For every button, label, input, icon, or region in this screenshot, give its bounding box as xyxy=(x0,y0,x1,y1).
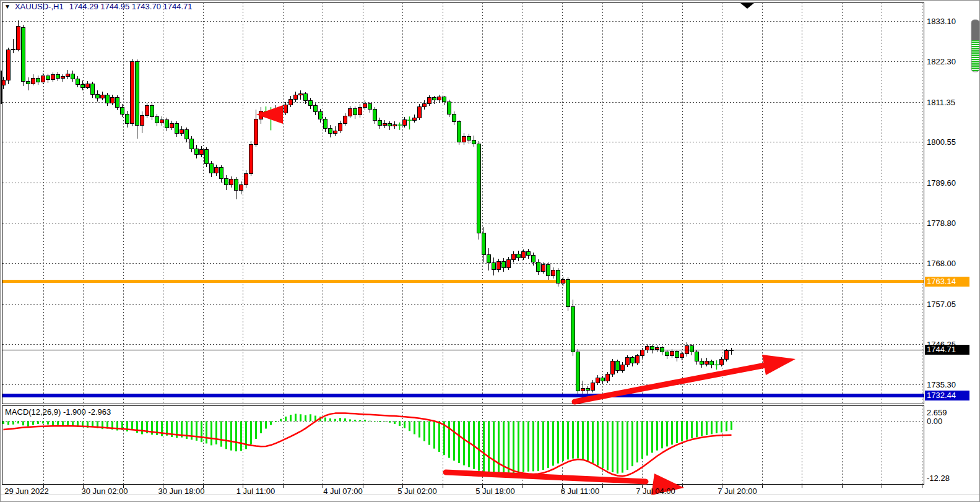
candle-body xyxy=(403,120,407,125)
candle-body xyxy=(616,361,620,370)
candle-body xyxy=(710,361,714,365)
candle-body xyxy=(725,351,729,360)
current-price-badge: 1744.71 xyxy=(925,345,969,355)
candle-body xyxy=(17,26,20,50)
red-down-trend-arrow[interactable] xyxy=(446,472,646,482)
candle-body xyxy=(96,95,100,98)
candle-body xyxy=(492,263,496,269)
red-up-trend-arrow-head[interactable] xyxy=(762,355,796,375)
collapse-triangle-icon[interactable]: ▼ xyxy=(4,3,11,10)
candle-body xyxy=(76,79,80,85)
candle-body xyxy=(71,74,75,79)
candle-body xyxy=(413,118,417,120)
candle-body xyxy=(631,358,635,363)
candle-body xyxy=(51,74,55,79)
candle-body xyxy=(581,388,585,391)
candle-body xyxy=(145,106,149,116)
candle-body xyxy=(37,78,40,82)
candle-body xyxy=(160,120,164,123)
candle-body xyxy=(418,107,422,118)
candle-body xyxy=(690,345,694,352)
candle-body xyxy=(349,109,352,116)
candle-body xyxy=(344,116,347,124)
candle-body xyxy=(542,265,545,271)
candle-body xyxy=(27,82,30,84)
candle-body xyxy=(457,122,461,142)
candle-body xyxy=(136,62,139,125)
candle-body xyxy=(126,114,129,124)
candle-body xyxy=(601,378,605,381)
candle-body xyxy=(433,98,436,100)
candle-body xyxy=(170,124,174,128)
candle-body xyxy=(329,128,332,133)
candle-body xyxy=(497,261,501,269)
candle-body xyxy=(547,265,550,276)
candle-body xyxy=(522,252,526,258)
candle-body xyxy=(562,279,565,283)
candle-body xyxy=(339,124,342,131)
candle-body xyxy=(220,167,223,178)
orange-resistance-line[interactable] xyxy=(2,280,924,283)
candle-body xyxy=(666,352,669,356)
candle-body xyxy=(245,173,248,184)
candle-body xyxy=(443,97,446,102)
candle-body xyxy=(428,98,431,104)
chart-shift-marker-icon[interactable] xyxy=(740,3,754,9)
candle-body xyxy=(621,365,625,370)
candle-body xyxy=(566,279,570,306)
candle-body xyxy=(294,95,298,99)
candle-body xyxy=(284,105,288,113)
candle-body xyxy=(502,261,506,267)
red-left-triangle-annotation[interactable] xyxy=(256,105,283,124)
candle-body xyxy=(210,163,214,173)
candle-body xyxy=(101,95,105,98)
macd-axis-label: 0.00 xyxy=(927,417,942,426)
candle-body xyxy=(512,254,516,259)
candle-body xyxy=(324,119,327,128)
price-axis-label: 1833.10 xyxy=(927,17,956,26)
chart-title: ▼XAUUSD-,H11744.29 1744.95 1743.70 1744.… xyxy=(4,2,192,12)
candle-body xyxy=(705,361,709,364)
candle-body xyxy=(423,103,427,106)
candle-body xyxy=(695,352,699,361)
macd-indicator-label: MACD(12,26,9) -1.900 -2.963 xyxy=(5,407,111,417)
candle-body xyxy=(141,115,144,125)
candle-body xyxy=(353,109,357,115)
candle-body xyxy=(517,254,521,257)
candle-body xyxy=(373,110,377,121)
candle-body xyxy=(249,144,253,173)
bottom-separator xyxy=(1,495,980,495)
candle-body xyxy=(656,348,659,350)
candle-body xyxy=(215,167,219,173)
candle-body xyxy=(636,356,640,363)
candle-body xyxy=(131,62,134,124)
candle-body xyxy=(527,252,531,256)
price-axis-label: 1800.55 xyxy=(927,137,956,147)
blue-support-line[interactable] xyxy=(2,394,924,397)
candle-body xyxy=(46,76,50,80)
candle-body xyxy=(467,136,471,141)
candle-body xyxy=(571,307,575,352)
candle-body xyxy=(155,117,159,123)
candle-body xyxy=(507,259,511,267)
candle-body xyxy=(334,131,337,134)
candle-body xyxy=(453,114,456,122)
candle-body xyxy=(596,378,600,383)
price-axis-label: 1735.30 xyxy=(927,380,956,389)
candle-body xyxy=(680,354,684,358)
candle-body xyxy=(86,84,90,87)
candle-body xyxy=(378,121,382,126)
candle-body xyxy=(91,84,95,94)
candle-body xyxy=(180,129,184,134)
candle-body xyxy=(472,141,476,144)
price-axis-label: 1778.80 xyxy=(927,219,956,228)
candle-body xyxy=(720,360,724,365)
chart-canvas[interactable] xyxy=(1,1,980,502)
candle-body xyxy=(700,361,704,364)
candle-body xyxy=(254,119,258,144)
candle-body xyxy=(106,95,110,103)
price-pane-frame xyxy=(2,3,924,404)
candle-body xyxy=(557,270,560,283)
candle-body xyxy=(626,358,630,365)
ohlc-quote-label: 1744.29 1744.95 1743.70 1744.71 xyxy=(69,2,193,11)
